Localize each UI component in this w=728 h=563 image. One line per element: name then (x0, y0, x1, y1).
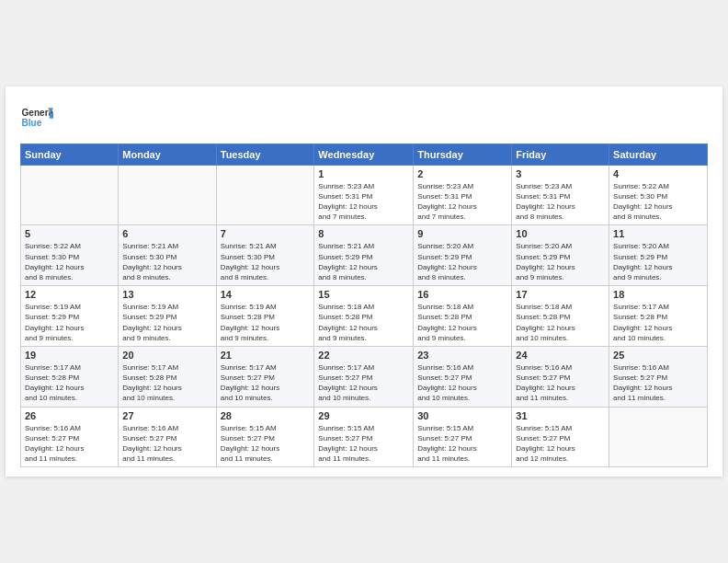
calendar-day-27: 27Sunrise: 5:16 AM Sunset: 5:27 PM Dayli… (119, 407, 216, 467)
day-info: Sunrise: 5:20 AM Sunset: 5:29 PM Dayligh… (516, 241, 605, 282)
day-number: 23 (417, 350, 507, 361)
weekday-header-friday: Friday (512, 144, 609, 165)
calendar-day-3: 3Sunrise: 5:23 AM Sunset: 5:31 PM Daylig… (512, 165, 609, 225)
day-number: 1 (318, 168, 409, 179)
weekday-header-wednesday: Wednesday (314, 144, 414, 165)
logo: General Blue (20, 101, 53, 134)
day-info: Sunrise: 5:18 AM Sunset: 5:28 PM Dayligh… (516, 302, 605, 343)
day-info: Sunrise: 5:16 AM Sunset: 5:27 PM Dayligh… (516, 362, 605, 404)
logo-icon: General Blue (20, 101, 53, 134)
calendar-table: SundayMondayTuesdayWednesdayThursdayFrid… (20, 144, 708, 468)
weekday-header-saturday: Saturday (609, 144, 708, 165)
day-info: Sunrise: 5:15 AM Sunset: 5:27 PM Dayligh… (516, 423, 605, 465)
calendar-day-8: 8Sunrise: 5:21 AM Sunset: 5:29 PM Daylig… (314, 225, 414, 286)
calendar-day-13: 13Sunrise: 5:19 AM Sunset: 5:29 PM Dayli… (119, 286, 216, 347)
day-info: Sunrise: 5:16 AM Sunset: 5:27 PM Dayligh… (613, 362, 703, 404)
calendar-day-empty (119, 165, 216, 225)
day-number: 9 (417, 228, 507, 239)
day-number: 6 (122, 228, 211, 239)
calendar-day-26: 26Sunrise: 5:16 AM Sunset: 5:27 PM Dayli… (21, 407, 119, 467)
day-info: Sunrise: 5:17 AM Sunset: 5:28 PM Dayligh… (122, 362, 211, 404)
calendar-day-2: 2Sunrise: 5:23 AM Sunset: 5:31 PM Daylig… (414, 165, 512, 225)
day-number: 16 (417, 289, 507, 300)
weekday-header-thursday: Thursday (414, 144, 512, 165)
day-number: 20 (122, 350, 211, 361)
calendar-day-18: 18Sunrise: 5:17 AM Sunset: 5:28 PM Dayli… (609, 286, 708, 347)
day-number: 14 (221, 289, 311, 300)
day-info: Sunrise: 5:19 AM Sunset: 5:29 PM Dayligh… (122, 302, 211, 343)
day-info: Sunrise: 5:15 AM Sunset: 5:27 PM Dayligh… (417, 423, 507, 465)
calendar-week-row: 5Sunrise: 5:22 AM Sunset: 5:30 PM Daylig… (21, 225, 708, 286)
calendar-day-5: 5Sunrise: 5:22 AM Sunset: 5:30 PM Daylig… (21, 225, 119, 286)
day-number: 19 (25, 350, 114, 361)
calendar-day-24: 24Sunrise: 5:16 AM Sunset: 5:27 PM Dayli… (512, 346, 609, 407)
day-number: 12 (25, 289, 114, 300)
calendar-container: General Blue SundayMondayTuesdayWednesda… (6, 86, 722, 477)
calendar-day-10: 10Sunrise: 5:20 AM Sunset: 5:29 PM Dayli… (512, 225, 609, 286)
header: General Blue (20, 101, 708, 134)
day-info: Sunrise: 5:17 AM Sunset: 5:28 PM Dayligh… (25, 362, 114, 404)
day-info: Sunrise: 5:18 AM Sunset: 5:28 PM Dayligh… (318, 302, 409, 343)
day-info: Sunrise: 5:20 AM Sunset: 5:29 PM Dayligh… (613, 241, 703, 282)
calendar-day-4: 4Sunrise: 5:22 AM Sunset: 5:30 PM Daylig… (609, 165, 708, 225)
calendar-day-31: 31Sunrise: 5:15 AM Sunset: 5:27 PM Dayli… (512, 407, 609, 467)
calendar-day-empty (609, 407, 708, 467)
calendar-week-row: 1Sunrise: 5:23 AM Sunset: 5:31 PM Daylig… (21, 165, 708, 225)
calendar-day-28: 28Sunrise: 5:15 AM Sunset: 5:27 PM Dayli… (216, 407, 314, 467)
day-info: Sunrise: 5:23 AM Sunset: 5:31 PM Dayligh… (417, 181, 507, 223)
day-info: Sunrise: 5:15 AM Sunset: 5:27 PM Dayligh… (318, 423, 409, 465)
day-info: Sunrise: 5:19 AM Sunset: 5:29 PM Dayligh… (25, 302, 114, 343)
svg-marker-3 (50, 113, 53, 119)
calendar-day-15: 15Sunrise: 5:18 AM Sunset: 5:28 PM Dayli… (314, 286, 414, 347)
day-info: Sunrise: 5:22 AM Sunset: 5:30 PM Dayligh… (613, 181, 703, 223)
day-number: 25 (613, 350, 703, 361)
calendar-day-19: 19Sunrise: 5:17 AM Sunset: 5:28 PM Dayli… (21, 346, 119, 407)
day-number: 27 (122, 410, 211, 421)
day-info: Sunrise: 5:19 AM Sunset: 5:28 PM Dayligh… (221, 302, 311, 343)
day-info: Sunrise: 5:18 AM Sunset: 5:28 PM Dayligh… (417, 302, 507, 343)
day-number: 4 (613, 168, 703, 179)
day-number: 29 (318, 410, 409, 421)
day-info: Sunrise: 5:17 AM Sunset: 5:27 PM Dayligh… (221, 362, 311, 404)
day-info: Sunrise: 5:15 AM Sunset: 5:27 PM Dayligh… (221, 423, 311, 465)
day-info: Sunrise: 5:23 AM Sunset: 5:31 PM Dayligh… (516, 181, 605, 223)
day-number: 3 (516, 168, 605, 179)
calendar-day-1: 1Sunrise: 5:23 AM Sunset: 5:31 PM Daylig… (314, 165, 414, 225)
calendar-day-9: 9Sunrise: 5:20 AM Sunset: 5:29 PM Daylig… (414, 225, 512, 286)
calendar-day-29: 29Sunrise: 5:15 AM Sunset: 5:27 PM Dayli… (314, 407, 414, 467)
day-info: Sunrise: 5:21 AM Sunset: 5:29 PM Dayligh… (318, 241, 409, 282)
day-info: Sunrise: 5:16 AM Sunset: 5:27 PM Dayligh… (25, 423, 114, 465)
day-number: 8 (318, 228, 409, 239)
calendar-day-20: 20Sunrise: 5:17 AM Sunset: 5:28 PM Dayli… (119, 346, 216, 407)
day-info: Sunrise: 5:20 AM Sunset: 5:29 PM Dayligh… (417, 241, 507, 282)
day-info: Sunrise: 5:23 AM Sunset: 5:31 PM Dayligh… (318, 181, 409, 223)
day-info: Sunrise: 5:17 AM Sunset: 5:28 PM Dayligh… (613, 302, 703, 343)
svg-text:Blue: Blue (21, 118, 41, 128)
calendar-day-7: 7Sunrise: 5:21 AM Sunset: 5:30 PM Daylig… (216, 225, 314, 286)
calendar-day-11: 11Sunrise: 5:20 AM Sunset: 5:29 PM Dayli… (609, 225, 708, 286)
calendar-day-22: 22Sunrise: 5:17 AM Sunset: 5:27 PM Dayli… (314, 346, 414, 407)
day-number: 2 (417, 168, 507, 179)
calendar-day-16: 16Sunrise: 5:18 AM Sunset: 5:28 PM Dayli… (414, 286, 512, 347)
day-number: 18 (613, 289, 703, 300)
day-info: Sunrise: 5:22 AM Sunset: 5:30 PM Dayligh… (25, 241, 114, 282)
weekday-header-monday: Monday (119, 144, 216, 165)
calendar-day-21: 21Sunrise: 5:17 AM Sunset: 5:27 PM Dayli… (216, 346, 314, 407)
calendar-day-17: 17Sunrise: 5:18 AM Sunset: 5:28 PM Dayli… (512, 286, 609, 347)
calendar-day-14: 14Sunrise: 5:19 AM Sunset: 5:28 PM Dayli… (216, 286, 314, 347)
weekday-header-tuesday: Tuesday (216, 144, 314, 165)
calendar-day-12: 12Sunrise: 5:19 AM Sunset: 5:29 PM Dayli… (21, 286, 119, 347)
day-number: 11 (613, 228, 703, 239)
day-number: 10 (516, 228, 605, 239)
day-number: 24 (516, 350, 605, 361)
calendar-week-row: 26Sunrise: 5:16 AM Sunset: 5:27 PM Dayli… (21, 407, 708, 467)
calendar-day-25: 25Sunrise: 5:16 AM Sunset: 5:27 PM Dayli… (609, 346, 708, 407)
calendar-day-empty (216, 165, 314, 225)
day-number: 5 (25, 228, 114, 239)
day-number: 21 (221, 350, 311, 361)
weekday-header-row: SundayMondayTuesdayWednesdayThursdayFrid… (21, 144, 708, 165)
calendar-day-6: 6Sunrise: 5:21 AM Sunset: 5:30 PM Daylig… (119, 225, 216, 286)
calendar-week-row: 12Sunrise: 5:19 AM Sunset: 5:29 PM Dayli… (21, 286, 708, 347)
day-info: Sunrise: 5:16 AM Sunset: 5:27 PM Dayligh… (122, 423, 211, 465)
day-info: Sunrise: 5:21 AM Sunset: 5:30 PM Dayligh… (221, 241, 311, 282)
